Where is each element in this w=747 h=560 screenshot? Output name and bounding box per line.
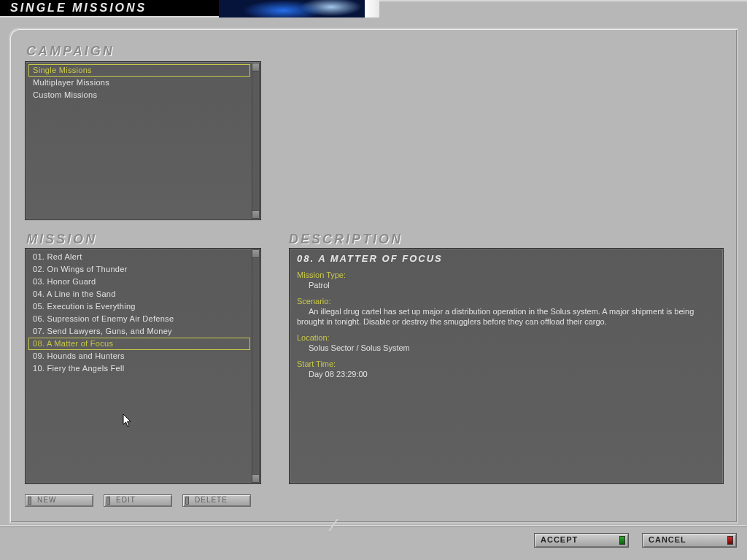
section-title-campaign: CAMPAIGN <box>26 44 115 59</box>
mission-type-label: Mission Type: <box>297 271 346 279</box>
start-time-label: Start Time: <box>297 359 336 368</box>
cancel-indicator-icon <box>727 536 733 545</box>
scrollbar[interactable] <box>252 249 260 483</box>
scroll-up-icon[interactable] <box>252 249 260 258</box>
campaign-item[interactable]: Multiplayer Missions <box>28 77 250 89</box>
campaign-item[interactable]: Single Missions <box>28 64 250 77</box>
scroll-track[interactable] <box>252 258 260 474</box>
mission-item[interactable]: 04. A Line in the Sand <box>28 288 250 300</box>
scrollbar[interactable] <box>252 63 260 219</box>
campaign-list: Single MissionsMultiplayer MissionsCusto… <box>28 64 250 217</box>
edit-mission-button[interactable]: EDIT <box>104 494 172 507</box>
accept-label: ACCEPT <box>541 535 578 544</box>
mission-item[interactable]: 07. Send Lawyers, Guns, and Money <box>28 325 250 338</box>
description-panel: 08. A MATTER OF FOCUS Mission Type: Patr… <box>289 248 724 484</box>
button-notch-icon <box>185 497 189 505</box>
footer-button-row: ACCEPT CANCEL <box>534 533 737 548</box>
mission-item[interactable]: 06. Supression of Enemy Air Defense <box>28 313 250 325</box>
delete-button-label: DELETE <box>195 496 228 504</box>
cancel-label: CANCEL <box>649 535 686 544</box>
mission-item[interactable]: 09. Hounds and Hunters <box>28 350 250 362</box>
mission-item[interactable]: 05. Execution is Everything <box>28 300 250 313</box>
scroll-down-icon[interactable] <box>252 210 260 219</box>
scroll-track[interactable] <box>252 71 260 210</box>
new-button-label: NEW <box>37 496 56 504</box>
screen-title: SINGLE MISSIONS <box>10 1 147 15</box>
scroll-up-icon[interactable] <box>252 63 260 71</box>
new-mission-button[interactable]: NEW <box>25 494 93 507</box>
accept-button[interactable]: ACCEPT <box>534 533 629 548</box>
main-frame: CAMPAIGN Single MissionsMultiplayer Miss… <box>9 28 738 524</box>
campaign-item[interactable]: Custom Missions <box>28 89 250 101</box>
bottom-separator <box>0 525 747 526</box>
mission-item[interactable]: 08. A Matter of Focus <box>28 338 250 350</box>
campaign-list-panel: Single MissionsMultiplayer MissionsCusto… <box>25 61 261 220</box>
mission-type-value: Patrol <box>297 280 716 290</box>
scenario-label: Scenario: <box>297 296 716 306</box>
mission-list-panel: 01. Red Alert02. On Wings of Thunder03. … <box>25 248 261 484</box>
edit-button-label: EDIT <box>116 496 136 504</box>
delete-mission-button[interactable]: DELETE <box>182 494 251 507</box>
start-time-value: Day 08 23:29:00 <box>297 369 716 379</box>
mission-item[interactable]: 02. On Wings of Thunder <box>28 263 250 276</box>
nebula-art <box>219 0 379 18</box>
mission-list: 01. Red Alert02. On Wings of Thunder03. … <box>28 251 250 481</box>
mission-item[interactable]: 10. Fiery the Angels Fell <box>28 362 250 375</box>
accept-indicator-icon <box>619 536 625 545</box>
location-label: Location: <box>297 333 330 342</box>
description-mission-title: 08. A MATTER OF FOCUS <box>297 253 716 264</box>
mission-item[interactable]: 03. Honor Guard <box>28 276 250 288</box>
scenario-text: An illegal drug cartel has set up major … <box>297 306 716 327</box>
section-title-description: DESCRIPTION <box>289 232 403 247</box>
topbar-right-fill <box>379 0 747 18</box>
section-title-mission: MISSION <box>26 232 97 247</box>
mission-item[interactable]: 01. Red Alert <box>28 251 250 263</box>
cancel-button[interactable]: CANCEL <box>642 533 737 548</box>
location-value: Solus Sector / Solus System <box>297 343 716 353</box>
button-notch-icon <box>28 497 31 505</box>
mission-button-row: NEW EDIT DELETE <box>25 494 251 507</box>
button-notch-icon <box>107 497 110 505</box>
top-bar: SINGLE MISSIONS <box>0 0 747 18</box>
scroll-down-icon[interactable] <box>252 474 260 483</box>
